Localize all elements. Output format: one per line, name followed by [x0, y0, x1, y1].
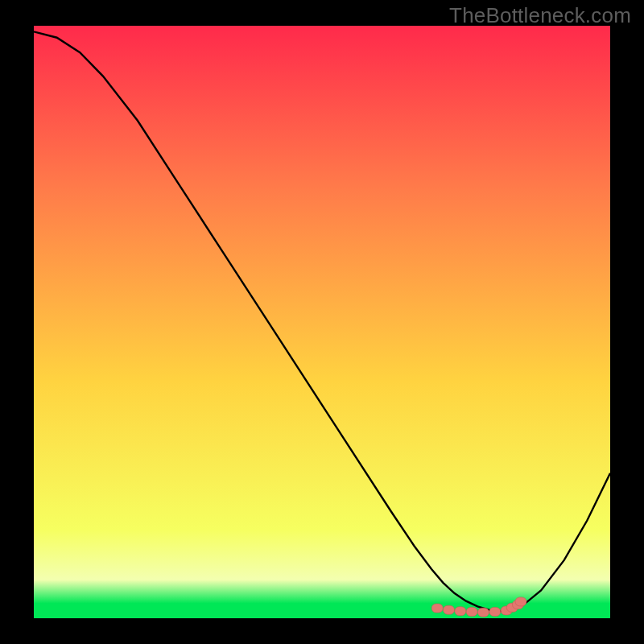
curve-marker [489, 607, 501, 616]
chart-frame: TheBottleneck.com [0, 0, 644, 644]
curve-marker [477, 608, 489, 617]
curve-marker [444, 605, 455, 614]
plot-area [34, 26, 610, 618]
chart-svg [34, 26, 610, 618]
curve-marker [466, 607, 477, 616]
curve-marker [431, 604, 443, 613]
curve-marker [455, 607, 466, 616]
watermark-text: TheBottleneck.com [449, 3, 631, 28]
gradient-background [34, 26, 610, 618]
curve-marker [515, 597, 526, 606]
